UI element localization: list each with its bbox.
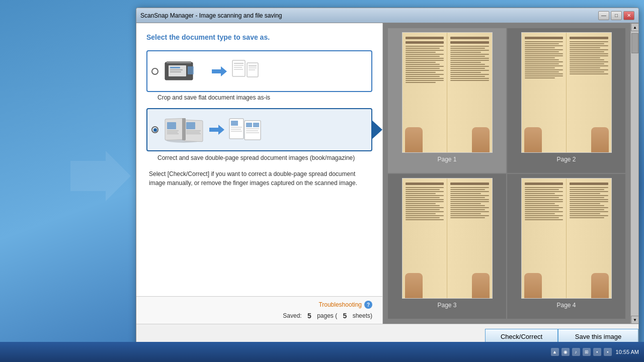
finger-right-2 [591,127,609,152]
scrollbar-thumb[interactable] [631,33,638,53]
saved-row: Saved: 5 pages ( 5 sheets) [146,312,372,320]
text-line [570,67,601,68]
text-line [570,57,601,58]
text-line [450,62,481,63]
maximize-button[interactable]: □ [611,11,622,20]
help-icon[interactable]: ? [364,301,372,309]
taskbar-icon-6: ▪ [604,348,612,356]
text-line [525,203,555,204]
title-line [570,183,608,185]
finger-right-3 [472,273,490,298]
page-label-2: Page 2 [556,156,576,163]
page-item-2[interactable]: Page 2 [507,28,625,173]
text-line [570,73,608,74]
text-line [570,59,604,60]
flat-diagram [163,57,365,85]
finger-left-3 [405,273,423,298]
text-line [450,193,481,194]
text-line [406,201,444,202]
text-line [525,59,559,60]
radio-double-page[interactable] [151,126,158,133]
text-line [450,58,489,59]
text-line [450,66,489,67]
text-line [406,217,440,218]
text-line [570,211,608,212]
text-line [570,195,608,196]
pages-grid: Page 1 [383,23,630,324]
text-line [525,207,563,208]
svg-rect-4 [170,67,180,68]
close-button[interactable]: ✕ [623,11,634,20]
scrollbar[interactable]: ▲ ▼ [630,23,638,324]
minimize-button[interactable]: — [598,11,609,20]
title-line [450,183,489,185]
text-line [570,203,601,204]
text-line [525,209,559,210]
text-line [570,65,608,66]
option1-label: Crop and save flat document images as-is [157,94,372,101]
text-line [450,215,489,216]
text-line [525,71,559,72]
window-title: ScanSnap Manager - Image scanning and fi… [140,12,598,19]
text-line [525,201,563,202]
text-line [406,56,440,57]
text-line [570,69,608,70]
selected-indicator [371,120,382,140]
text-line [406,72,436,73]
title-line [450,41,489,44]
text-line [406,211,444,212]
option-double-page[interactable] [146,108,372,151]
page-thumbnail-3 [402,178,493,299]
main-window: ScanSnap Manager - Image scanning and fi… [136,8,639,349]
svg-rect-7 [188,66,194,74]
text-line [525,55,563,56]
text-line [450,64,485,65]
arrow-icon-1 [212,66,227,76]
troubleshooting-link[interactable]: Troubleshooting [318,301,362,308]
text-line [570,41,608,42]
scrollbar-up-button[interactable]: ▲ [631,23,638,31]
option-flat-document[interactable] [146,50,372,92]
page-item-4[interactable]: Page 4 [507,174,625,319]
text-line [450,207,489,208]
text-line [450,191,489,192]
text-line [406,219,444,220]
text-line [406,195,444,196]
text-line [450,203,481,204]
text-line [406,46,444,47]
page-label-4: Page 4 [556,302,576,309]
text-line [406,193,436,194]
title-line [406,183,444,185]
text-line [406,213,436,214]
text-line [525,63,559,64]
title-line [570,37,608,39]
svg-rect-37 [246,123,252,127]
radio-flat[interactable] [151,68,158,75]
text-line [570,193,601,194]
scrollbar-down-button[interactable]: ▼ [631,316,638,324]
text-line [406,66,444,67]
text-line [525,215,563,216]
text-line [406,215,444,216]
text-line [406,52,436,53]
svg-rect-9 [232,60,245,76]
text-line [450,50,489,51]
text-line [525,69,563,70]
text-line [450,189,485,190]
text-line [525,47,555,48]
page-item-3[interactable]: Page 3 [388,174,506,319]
sheets-unit: sheets) [353,312,372,319]
text-line [406,68,440,69]
text-line [570,55,608,56]
text-line [406,74,444,75]
text-line [570,197,604,198]
page-item-1[interactable]: Page 1 [388,28,506,173]
text-line [525,53,563,54]
text-line [525,67,555,68]
text-line [406,209,440,210]
text-line [525,211,563,212]
text-line [570,217,604,218]
title-bar-buttons: — □ ✕ [598,11,634,20]
text-line [525,205,559,206]
text-line [450,78,489,79]
